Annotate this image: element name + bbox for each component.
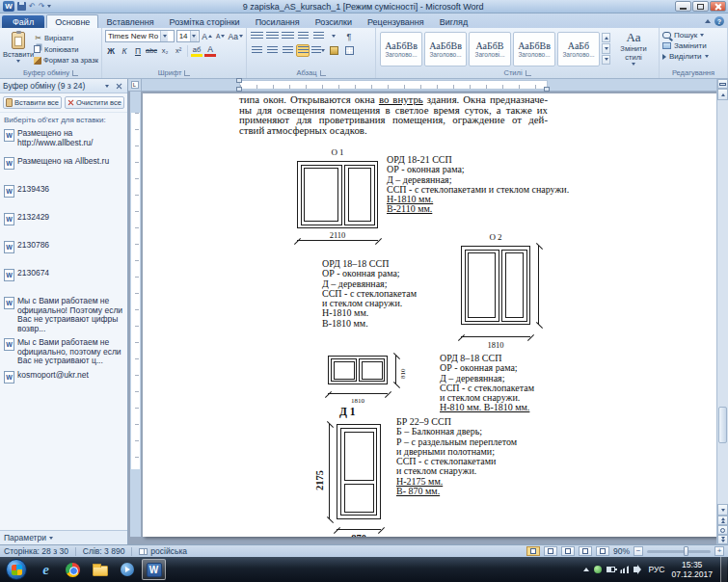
left-indent-marker[interactable] (236, 87, 242, 92)
style-item[interactable]: АаБбВв Заголово... (513, 32, 555, 66)
clear-all-button[interactable]: Очистити все (65, 96, 124, 109)
clipboard-item[interactable]: W 2130786 (4, 241, 123, 264)
scroll-down-button[interactable] (717, 504, 728, 516)
grow-font-button[interactable]: А (202, 30, 213, 42)
clipboard-item[interactable]: W Размещено на http://www.allbest.ru/ (4, 129, 123, 152)
help-icon[interactable]: ? (715, 16, 724, 26)
sort-button[interactable] (327, 30, 340, 42)
previous-page-button[interactable] (717, 516, 728, 525)
bullets-button[interactable] (250, 30, 263, 42)
taskbar-word-button[interactable]: W (142, 559, 166, 580)
italic-button[interactable]: К (119, 44, 130, 57)
decrease-indent-button[interactable] (296, 30, 310, 42)
style-item[interactable]: АаБбВв Заголово... (380, 32, 422, 66)
scrollbar-thumb[interactable] (718, 407, 727, 443)
zoom-in-button[interactable]: + (715, 546, 724, 556)
minimize-button[interactable] (675, 1, 691, 12)
styles-more-button[interactable] (602, 55, 610, 65)
shrink-font-button[interactable]: А (215, 30, 227, 42)
clipboard-item[interactable]: W Размещено на Allbest.ru (4, 157, 123, 180)
zoom-level[interactable]: 90% (613, 546, 630, 556)
paste-all-button[interactable]: Вставити все (3, 96, 62, 109)
highlight-color-button[interactable]: аб (191, 44, 202, 57)
show-desktop-button[interactable] (720, 557, 727, 582)
redo-icon[interactable]: ↷ (39, 2, 45, 11)
select-browse-object-button[interactable] (717, 525, 728, 535)
tab-file[interactable]: Файл (2, 15, 44, 28)
web-layout-view-button[interactable] (561, 546, 575, 556)
pane-close-button[interactable] (114, 81, 124, 92)
clipboard-item[interactable]: W 2130674 (4, 269, 123, 292)
vertical-ruler[interactable] (130, 92, 141, 537)
paragraph-dialog-launcher-icon[interactable] (320, 70, 326, 76)
maximize-button[interactable] (692, 1, 709, 12)
window1-drawing[interactable] (297, 161, 378, 228)
fullscreen-view-button[interactable] (544, 546, 557, 556)
styles-dialog-launcher-icon[interactable] (526, 70, 531, 76)
vertical-scrollbar[interactable] (716, 79, 728, 544)
antivirus-tray-icon[interactable] (594, 566, 602, 573)
font-dialog-launcher-icon[interactable] (184, 70, 190, 76)
network-tray-icon[interactable] (620, 566, 629, 573)
taskbar-media-player-button[interactable] (115, 559, 139, 580)
undo-icon[interactable]: ↶ (29, 2, 36, 11)
format-painter-button[interactable]: Формат за зразком (34, 56, 98, 65)
taskbar-browser-button[interactable] (61, 559, 85, 580)
increase-indent-button[interactable] (311, 30, 325, 42)
zoom-slider[interactable] (647, 550, 711, 553)
tab-insert[interactable]: Вставлення (98, 15, 161, 28)
door-drawing[interactable] (337, 424, 381, 519)
bold-button[interactable]: Ж (105, 44, 117, 57)
taskbar-explorer-button[interactable] (88, 559, 112, 580)
draft-view-button[interactable] (596, 546, 609, 556)
numbering-button[interactable] (265, 30, 279, 42)
replace-button[interactable]: Замінити (662, 41, 724, 50)
show-hidden-icons-button[interactable] (583, 568, 589, 571)
clipboard-item[interactable]: W Мы с Вами работаем не официально, поэт… (4, 338, 123, 366)
word-count[interactable]: Слів: 3 890 (83, 546, 125, 556)
styles-scroll-down-button[interactable] (602, 43, 610, 53)
style-item[interactable]: АаБбВв Заголово... (424, 32, 467, 66)
font-size-combo[interactable]: 14 (176, 30, 200, 42)
tab-references[interactable]: Посилання (248, 15, 308, 28)
select-button[interactable]: Виділити (662, 52, 724, 61)
clipboard-item[interactable]: W kosmoport@ukr.net (4, 371, 123, 394)
multilevel-list-button[interactable] (281, 30, 294, 42)
print-layout-view-button[interactable] (526, 546, 540, 556)
borders-button[interactable] (342, 44, 356, 57)
underline-button[interactable]: П (132, 44, 144, 57)
zoom-slider-thumb[interactable] (684, 546, 688, 556)
clipboard-dialog-launcher-icon[interactable] (72, 70, 78, 76)
page-indicator[interactable]: Сторінка: 28 з 30 (4, 546, 68, 556)
font-family-combo[interactable]: Times New Ro (105, 30, 175, 42)
scroll-up-button[interactable] (717, 89, 728, 100)
outline-view-button[interactable] (579, 546, 592, 556)
clipboard-item[interactable]: W 2132429 (4, 213, 123, 236)
taskbar-clock[interactable]: 15:35 07.12.2017 (671, 560, 713, 579)
find-button[interactable]: Пошук (662, 31, 724, 40)
font-color-button[interactable]: А (204, 44, 216, 57)
superscript-button[interactable]: x² (173, 44, 184, 57)
cut-button[interactable]: ✂Вирізати (34, 34, 98, 42)
clipboard-item[interactable]: W 2139436 (4, 185, 123, 208)
justify-button[interactable] (296, 44, 310, 57)
shading-button[interactable] (327, 44, 340, 57)
align-right-button[interactable] (281, 44, 294, 57)
save-icon[interactable] (17, 2, 26, 11)
subscript-button[interactable]: x₂ (159, 44, 171, 57)
tab-page-layout[interactable]: Розмітка сторінки (162, 15, 248, 28)
volume-tray-icon[interactable] (634, 567, 638, 572)
battery-tray-icon[interactable] (607, 567, 615, 572)
pane-menu-button[interactable] (101, 81, 112, 92)
tab-mailings[interactable]: Розсилки (308, 15, 360, 28)
strikethrough-button[interactable]: abc (146, 44, 157, 57)
tab-view[interactable]: Вигляд (432, 15, 476, 28)
change-case-button[interactable]: Аа (229, 30, 243, 42)
minimize-ribbon-icon[interactable] (705, 19, 711, 23)
ruler-toggle-button[interactable] (717, 79, 728, 89)
word-logo-icon[interactable]: W (3, 1, 14, 12)
window2-drawing[interactable] (461, 246, 530, 325)
language-indicator[interactable]: російська (139, 546, 187, 556)
copy-button[interactable]: Копіювати (34, 45, 98, 54)
tab-review[interactable]: Рецензування (360, 15, 432, 28)
